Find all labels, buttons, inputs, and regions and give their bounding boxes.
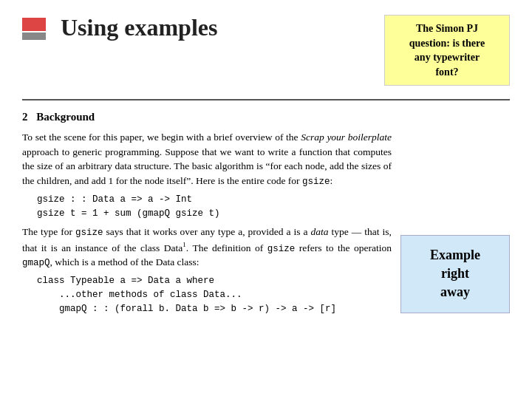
code-line-1: gsize : : Data a => a -> Int xyxy=(37,193,392,207)
section-title: Background xyxy=(36,111,95,123)
code-block-1: gsize : : Data a => a -> Int gsize t = 1… xyxy=(37,193,392,221)
code-block-2: class Typeable a => Data a where ...othe… xyxy=(37,274,392,316)
callout-top-text: The Simon PJ question: is there any type… xyxy=(409,23,485,78)
logo-bottom xyxy=(22,33,46,40)
code-gsize-2: gsize xyxy=(75,228,103,238)
slide-container: Using examples The Simon PJ question: is… xyxy=(0,0,532,399)
content-area: 2 Background To set the scene for this p… xyxy=(22,108,510,320)
p2-b: says that it works over any type a, prov… xyxy=(103,226,311,237)
p2-a: The type for xyxy=(22,226,75,237)
right-sidebar: Example right away xyxy=(392,108,510,320)
code-line-4: ...other methods of class Data... xyxy=(37,288,392,302)
code-gsize-3: gsize xyxy=(267,243,296,253)
callout-top: The Simon PJ question: is there any type… xyxy=(384,15,510,86)
paragraph-2: The type for gsize says that it works ov… xyxy=(22,225,392,270)
callout-right: Example right away xyxy=(400,235,510,313)
code-line-3: class Typeable a => Data a where xyxy=(37,274,392,288)
main-text: 2 Background To set the scene for this p… xyxy=(22,108,392,320)
p2-d: . The definition of xyxy=(186,242,267,253)
italic-data: data xyxy=(311,226,329,237)
section-number: 2 xyxy=(22,111,28,123)
code-line-5: gmapQ : : (forall b. Data b => b -> r) -… xyxy=(37,302,392,316)
slide-title: Using examples xyxy=(61,15,377,41)
p2-e: refers to the operation xyxy=(295,242,392,253)
logo-block xyxy=(22,18,46,40)
logo-top xyxy=(22,18,46,31)
italic-phrase: Scrap your boilerplate xyxy=(301,132,392,143)
code-line-2: gsize t = 1 + sum (gmapQ gsize t) xyxy=(37,207,392,221)
divider xyxy=(22,99,510,100)
section-heading: 2 Background xyxy=(22,109,392,126)
code-gsize-inline: gsize xyxy=(302,177,330,187)
code-gmapq: gmapQ xyxy=(22,258,50,268)
paragraph-1: To set the scene for this paper, we begi… xyxy=(22,130,392,188)
p2-f: , which is a method of the Data class: xyxy=(50,256,200,267)
header: Using examples The Simon PJ question: is… xyxy=(22,15,510,86)
